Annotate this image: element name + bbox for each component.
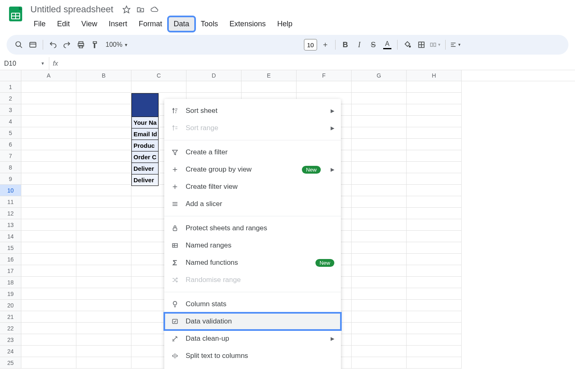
cell[interactable] <box>407 300 462 311</box>
font-size-input[interactable] <box>304 39 317 50</box>
row-header[interactable]: 21 <box>0 311 21 323</box>
table-cell[interactable]: Order C <box>131 151 159 163</box>
row-header[interactable]: 13 <box>0 219 21 231</box>
cloud-status-icon[interactable] <box>150 5 159 14</box>
cell[interactable] <box>407 93 462 104</box>
menu-file[interactable]: File <box>29 17 51 31</box>
table-cell[interactable]: Deliver <box>131 174 159 186</box>
cell[interactable] <box>76 265 131 277</box>
cell[interactable] <box>76 288 131 300</box>
cell[interactable] <box>21 219 76 231</box>
cell[interactable] <box>407 81 462 93</box>
cell[interactable] <box>352 81 407 93</box>
column-header[interactable]: C <box>131 70 186 81</box>
cell[interactable] <box>76 116 131 127</box>
cell[interactable] <box>407 242 462 254</box>
cell[interactable] <box>21 242 76 254</box>
cell[interactable] <box>76 346 131 357</box>
cell[interactable] <box>21 300 76 311</box>
print-icon[interactable] <box>75 39 87 50</box>
row-header[interactable]: 6 <box>0 139 21 150</box>
cell[interactable] <box>21 127 76 139</box>
cell[interactable] <box>21 311 76 323</box>
cell[interactable] <box>76 196 131 208</box>
cell[interactable] <box>21 334 76 346</box>
cell[interactable] <box>407 288 462 300</box>
cell[interactable] <box>352 311 407 323</box>
table-cell[interactable]: Deliver <box>131 163 159 174</box>
cell[interactable] <box>352 242 407 254</box>
cell[interactable] <box>407 104 462 116</box>
move-icon[interactable] <box>136 5 145 14</box>
strikethrough-icon[interactable]: S <box>368 39 379 50</box>
row-header[interactable]: 1 <box>0 81 21 93</box>
align-icon[interactable]: ▼ <box>450 39 461 50</box>
cell[interactable] <box>407 334 462 346</box>
cell[interactable] <box>76 150 131 162</box>
cell[interactable] <box>21 173 76 185</box>
zoom-selector[interactable]: 100% ▼ <box>103 41 131 48</box>
table-cell[interactable]: Produc <box>131 140 159 151</box>
menu-edit[interactable]: Edit <box>52 17 75 31</box>
cell[interactable] <box>21 185 76 196</box>
menu-extensions[interactable]: Extensions <box>225 17 271 31</box>
menu-format[interactable]: Format <box>134 17 167 31</box>
cell[interactable] <box>76 139 131 150</box>
cell[interactable] <box>407 277 462 288</box>
table-header-cell[interactable] <box>131 93 159 117</box>
row-header[interactable]: 15 <box>0 242 21 254</box>
menu-data[interactable]: Data <box>169 17 194 31</box>
menu-item-data-extraction[interactable]: Data extraction <box>164 364 341 369</box>
menu-item-data-clean-up[interactable]: Data clean-up▶ <box>164 330 341 347</box>
cell[interactable] <box>76 219 131 231</box>
menu-item-create-filter-view[interactable]: Create filter view <box>164 178 341 195</box>
italic-icon[interactable]: I <box>354 39 365 50</box>
column-header[interactable]: D <box>186 70 242 81</box>
cell[interactable] <box>352 254 407 265</box>
cell[interactable] <box>21 139 76 150</box>
column-header[interactable]: F <box>297 70 352 81</box>
cell[interactable] <box>407 346 462 357</box>
cell[interactable] <box>407 231 462 242</box>
row-header[interactable]: 11 <box>0 196 21 208</box>
menu-item-column-stats[interactable]: Column stats <box>164 296 341 313</box>
cell[interactable] <box>76 208 131 219</box>
cell[interactable] <box>76 231 131 242</box>
cell[interactable] <box>76 173 131 185</box>
search-icon[interactable] <box>13 39 25 50</box>
row-header[interactable]: 19 <box>0 288 21 300</box>
row-header[interactable]: 24 <box>0 346 21 357</box>
menu-item-add-a-slicer[interactable]: Add a slicer <box>164 195 341 213</box>
cell[interactable] <box>76 81 131 93</box>
bold-icon[interactable]: B <box>340 39 351 50</box>
borders-icon[interactable] <box>416 39 427 50</box>
sheets-logo[interactable] <box>7 5 25 23</box>
cell[interactable] <box>352 265 407 277</box>
cell[interactable] <box>21 104 76 116</box>
row-header[interactable]: 22 <box>0 323 21 334</box>
cell[interactable] <box>76 162 131 173</box>
cell[interactable] <box>407 185 462 196</box>
cell[interactable] <box>76 254 131 265</box>
row-header[interactable]: 4 <box>0 116 21 127</box>
cell[interactable] <box>352 162 407 173</box>
menu-view[interactable]: View <box>76 17 102 31</box>
column-header[interactable]: A <box>21 70 76 81</box>
cell[interactable] <box>407 311 462 323</box>
table-cell[interactable]: Your Na <box>131 117 159 128</box>
menu-item-data-validation[interactable]: Data validation <box>164 313 341 330</box>
row-header[interactable]: 12 <box>0 208 21 219</box>
cell[interactable] <box>186 81 242 93</box>
cell[interactable] <box>352 288 407 300</box>
cell[interactable] <box>76 104 131 116</box>
menu-item-sort-sheet[interactable]: Sort sheet▶ <box>164 102 341 119</box>
row-header[interactable]: 16 <box>0 254 21 265</box>
row-header[interactable]: 10 <box>0 185 21 196</box>
cell[interactable] <box>407 150 462 162</box>
menu-item-create-a-filter[interactable]: Create a filter <box>164 144 341 161</box>
row-header[interactable]: 2 <box>0 93 21 104</box>
menus-icon[interactable] <box>27 39 39 50</box>
cell[interactable] <box>21 357 76 369</box>
column-header[interactable]: G <box>352 70 407 81</box>
row-header[interactable]: 17 <box>0 265 21 277</box>
